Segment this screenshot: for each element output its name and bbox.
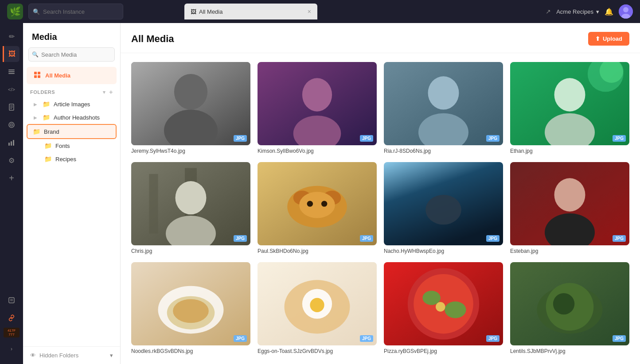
instance-name[interactable]: Acme Recipes ▾ <box>556 8 599 15</box>
folder-item-fonts[interactable]: 📁 Fonts <box>23 139 120 152</box>
instance-chevron-icon: ▾ <box>596 8 599 15</box>
nav-icon-layers[interactable] <box>4 64 20 80</box>
hidden-folders[interactable]: 👁 Hidden Folders ▾ <box>23 346 120 364</box>
nav-icon-media[interactable]: 🖼 <box>3 46 20 62</box>
hidden-folders-eye-icon: 👁 <box>30 352 36 359</box>
svg-point-73 <box>553 293 574 314</box>
media-item[interactable]: JPG Kimson.SylIBwo6Vo.jpg <box>258 62 377 155</box>
svg-rect-15 <box>13 140 14 146</box>
svg-point-69 <box>436 302 445 312</box>
svg-point-28 <box>302 78 332 111</box>
svg-rect-19 <box>34 72 37 74</box>
topbar-right: ↗ Acme Recipes ▾ 🔔 <box>546 4 633 19</box>
page-title: All Media <box>131 33 174 45</box>
svg-rect-39 <box>149 174 158 233</box>
svg-rect-5 <box>8 73 15 74</box>
nav-icon-target[interactable] <box>4 117 20 133</box>
svg-point-51 <box>425 195 461 225</box>
svg-point-1 <box>623 7 628 12</box>
media-item[interactable]: JPG Ethan.jpg <box>510 62 629 155</box>
media-filename: Ria.rJ-8SDo6Ns.jpg <box>384 148 503 154</box>
search-instance-wrapper: 🔍 <box>28 4 179 19</box>
media-thumbnail: JPG <box>131 62 250 145</box>
svg-point-31 <box>428 76 459 109</box>
folder-label: Article Images <box>54 101 90 108</box>
sidebar-nav-all-media[interactable]: All Media <box>27 67 117 84</box>
svg-rect-3 <box>8 70 15 70</box>
notification-bell-icon[interactable]: 🔔 <box>605 8 613 16</box>
media-thumbnail: JPG <box>258 62 377 145</box>
folder-icon: 📁 <box>44 142 52 149</box>
media-thumbnail: JPG <box>131 262 250 345</box>
search-instance-input[interactable] <box>28 4 123 19</box>
svg-point-68 <box>445 302 466 318</box>
nav-icon-document[interactable] <box>4 99 20 115</box>
svg-point-63 <box>310 298 324 312</box>
media-item[interactable]: JPG Noodles.rkBGSvBDNs.jpg <box>131 262 250 355</box>
folder-item-recipes[interactable]: 📁 Recipes <box>23 152 120 166</box>
media-filename: Paul.SkBHDo6No.jpg <box>258 248 377 254</box>
folders-chevron-icon[interactable]: ▾ <box>103 89 106 95</box>
hidden-folders-label: Hidden Folders <box>39 352 78 359</box>
media-item[interactable]: JPG Jeremy.SylHwsT4o.jpg <box>131 62 250 155</box>
nav-icon-settings[interactable]: ⚙ <box>4 152 20 168</box>
svg-rect-22 <box>38 75 40 78</box>
content-header: All Media ⬆ Upload <box>121 23 640 53</box>
upload-button[interactable]: ⬆ Upload <box>588 32 629 46</box>
media-item[interactable]: JPG Chris.jpg <box>131 162 250 255</box>
media-item[interactable]: JPG Nacho.HyWHBwspEo.jpg <box>384 162 503 255</box>
nav-icon-code[interactable]: </> <box>4 81 20 97</box>
folder-item-article-images[interactable]: ▶ 📁 Article Images <box>23 97 120 111</box>
left-nav: ✏ 🖼 </> <box>0 23 23 364</box>
upload-icon: ⬆ <box>595 35 600 42</box>
hidden-folders-chevron-icon: ▾ <box>110 352 113 359</box>
media-type-badge: JPG <box>360 335 373 342</box>
media-filename: Eggs-on-Toast.SJzGrvBDVs.jpg <box>258 348 377 354</box>
svg-rect-4 <box>8 71 15 72</box>
nav-icon-chart[interactable] <box>4 135 20 151</box>
tab-close-button[interactable]: × <box>308 8 311 15</box>
svg-rect-16 <box>9 298 14 303</box>
media-type-badge: JPG <box>486 335 500 342</box>
media-filename: Lentils.SJbMBPrvVj.jpg <box>510 348 629 354</box>
media-item[interactable]: JPG Esteban.jpg <box>510 162 629 255</box>
media-type-badge: JPG <box>234 335 247 342</box>
media-item[interactable]: JPG Eggs-on-Toast.SJzGrvBDVs.jpg <box>258 262 377 355</box>
media-item[interactable]: JPG Lentils.SJbMBPrvVj.jpg <box>510 262 629 355</box>
user-avatar[interactable] <box>619 4 633 19</box>
tab-all-media[interactable]: 🖼 All Media × <box>184 4 317 19</box>
svg-point-41 <box>176 181 207 214</box>
folder-item-author-headshots[interactable]: ▶ 📁 Author Headshots <box>23 111 120 124</box>
media-type-badge: JPG <box>360 135 373 142</box>
folder-arrow-icon: ▶ <box>34 102 37 107</box>
media-thumbnail: JPG <box>384 62 503 145</box>
folder-label: Brand <box>44 128 59 135</box>
media-item[interactable]: JPG Paul.SkBHDo6No.jpg <box>258 162 377 255</box>
sidebar-search-wrapper: 🔍 <box>28 47 115 62</box>
media-filename: Ethan.jpg <box>510 148 629 154</box>
external-link-icon: ↗ <box>546 8 551 15</box>
folder-icon: 📁 <box>44 155 52 163</box>
nav-icon-edit[interactable]: ✏ <box>4 28 20 44</box>
nav-icon-add[interactable]: + <box>4 170 20 186</box>
svg-point-12 <box>11 124 12 125</box>
media-item[interactable]: JPG Pizza.ryBGSvBPEj.jpg <box>384 262 503 355</box>
folder-label: Author Headshots <box>54 114 100 121</box>
media-type-badge: JPG <box>360 235 373 242</box>
media-thumbnail: JPG <box>131 162 250 245</box>
sidebar-search-input[interactable] <box>28 47 115 62</box>
folders-add-icon[interactable]: + <box>109 89 113 96</box>
svg-point-47 <box>299 192 335 218</box>
media-type-badge: JPG <box>613 135 626 142</box>
media-item[interactable]: JPG Ria.rJ-8SDo6Ns.jpg <box>384 62 503 155</box>
tab-bar: 🖼 All Media × <box>184 4 317 19</box>
nav-icon-docs[interactable] <box>4 292 20 308</box>
main-content: All Media ⬆ Upload JPG <box>121 23 640 364</box>
media-filename: Kimson.SylIBwo6Vo.jpg <box>258 148 377 154</box>
media-thumbnail: JPG <box>510 162 629 245</box>
media-type-badge: JPG <box>486 135 500 142</box>
nav-icon-link[interactable] <box>4 310 20 326</box>
version-badge: 417F777 <box>4 328 20 337</box>
folder-item-brand[interactable]: 📁 Brand <box>27 124 117 139</box>
nav-icon-collapse[interactable]: › <box>4 341 20 357</box>
